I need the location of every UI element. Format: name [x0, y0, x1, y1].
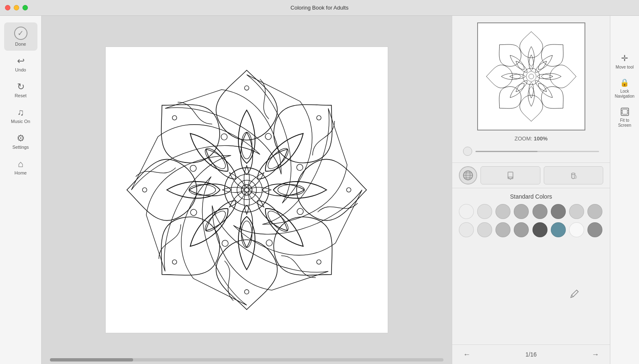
svg-point-22 — [265, 239, 273, 247]
color-swatch[interactable] — [514, 204, 529, 219]
zoom-slider-track[interactable] — [476, 151, 599, 152]
color-swatch[interactable] — [514, 222, 529, 237]
color-tool-globe[interactable] — [459, 166, 477, 184]
canvas-scrollbar[interactable] — [50, 358, 443, 362]
svg-point-13 — [245, 86, 249, 90]
reset-icon: ↻ — [17, 82, 25, 91]
fit-screen-label: Fit to Screen — [618, 118, 632, 128]
sidebar-item-music[interactable]: ♫ Music On — [4, 104, 37, 128]
zoom-label: ZOOM: 100% — [515, 135, 547, 142]
color-tool-pencil-box[interactable] — [480, 166, 540, 184]
window-controls[interactable] — [5, 5, 28, 10]
move-label: Move tool — [616, 65, 634, 70]
color-swatch[interactable] — [532, 222, 547, 237]
colors-section: Standard Colors — [452, 188, 610, 344]
lock-navigation-tool[interactable]: 🔒 Lock Navigation — [615, 78, 634, 99]
app-title: Coloring Book for Adults — [290, 5, 348, 11]
svg-point-16 — [316, 259, 322, 265]
home-label: Home — [15, 170, 27, 175]
sidebar: ✓ Done ↩ Undo ↻ Reset ♫ Music On ⚙ Setti… — [0, 16, 42, 364]
svg-point-27 — [264, 133, 272, 140]
svg-point-18 — [171, 259, 178, 265]
color-swatch[interactable] — [477, 204, 492, 219]
settings-icon: ⚙ — [17, 134, 25, 143]
right-panel: ZOOM: 100% — [452, 16, 610, 364]
svg-point-28 — [296, 163, 304, 172]
nav-preview: ZOOM: 100% — [452, 16, 610, 163]
sidebar-item-settings[interactable]: ⚙ Settings — [4, 130, 37, 154]
colors-grid-row2 — [459, 222, 603, 237]
color-swatch[interactable] — [532, 204, 547, 219]
preview-mandala — [481, 27, 581, 126]
svg-point-20 — [171, 115, 178, 121]
svg-point-14 — [316, 115, 322, 121]
move-icon: ✛ — [621, 53, 628, 63]
svg-point-19 — [142, 188, 147, 192]
svg-rect-42 — [622, 109, 627, 114]
zoom-value: 100% — [534, 135, 547, 142]
svg-point-9 — [231, 175, 263, 206]
color-swatch[interactable] — [495, 204, 510, 219]
svg-point-10 — [237, 180, 257, 200]
svg-point-25 — [189, 164, 197, 172]
pencil-tool[interactable] — [568, 288, 580, 302]
color-swatch[interactable] — [569, 222, 584, 237]
fit-screen-tool[interactable]: Fit to Screen — [618, 107, 632, 128]
preview-image — [477, 22, 585, 130]
color-swatch[interactable] — [459, 204, 474, 219]
canvas-area[interactable] — [42, 16, 452, 364]
sidebar-item-done[interactable]: ✓ Done — [4, 22, 37, 51]
color-swatch[interactable] — [569, 204, 584, 219]
done-label: Done — [15, 42, 26, 47]
colors-title: Standard Colors — [459, 193, 603, 200]
main-area: ✓ Done ↩ Undo ↻ Reset ♫ Music On ⚙ Setti… — [0, 16, 639, 364]
next-page-button[interactable]: → — [589, 348, 602, 361]
mandala-drawing — [114, 55, 380, 325]
done-icon: ✓ — [14, 27, 27, 40]
svg-point-26 — [220, 133, 228, 141]
color-tool-bucket-box[interactable] — [544, 166, 604, 184]
color-swatch[interactable] — [551, 222, 566, 237]
svg-point-2 — [278, 184, 305, 195]
color-swatch[interactable] — [477, 222, 492, 237]
canvas-paper[interactable] — [105, 47, 388, 333]
music-label: Music On — [11, 119, 30, 124]
color-swatch[interactable] — [587, 222, 602, 237]
page-info: 1/16 — [525, 351, 537, 358]
scrollbar-thumb[interactable] — [50, 358, 133, 362]
move-tool[interactable]: ✛ Move tool — [616, 53, 634, 70]
minimize-button[interactable] — [14, 5, 19, 10]
color-swatch[interactable] — [551, 204, 566, 219]
svg-point-0 — [241, 132, 252, 159]
maximize-button[interactable] — [22, 5, 28, 10]
zoom-slider-row — [459, 147, 603, 156]
svg-point-15 — [347, 188, 351, 192]
svg-point-40 — [572, 173, 575, 175]
svg-point-30 — [526, 71, 536, 81]
fit-screen-icon — [620, 107, 629, 116]
sidebar-item-home[interactable]: ⌂ Home — [4, 155, 37, 180]
settings-label: Settings — [12, 145, 29, 150]
prev-page-button[interactable]: ← — [461, 348, 473, 361]
svg-point-11 — [241, 184, 252, 195]
lock-icon: 🔒 — [620, 78, 629, 87]
svg-point-24 — [190, 208, 198, 216]
undo-label: Undo — [15, 67, 26, 72]
color-swatch[interactable] — [587, 204, 602, 219]
close-button[interactable] — [5, 5, 10, 10]
color-swatch[interactable] — [459, 222, 474, 237]
zoom-slider-fill — [476, 151, 537, 152]
home-icon: ⌂ — [18, 160, 23, 169]
sidebar-item-undo[interactable]: ↩ Undo — [4, 52, 37, 76]
color-tools-row — [452, 163, 610, 188]
music-icon: ♫ — [17, 108, 24, 117]
svg-point-31 — [529, 74, 534, 79]
sidebar-item-reset[interactable]: ↻ Reset — [4, 78, 37, 102]
lock-label: Lock Navigation — [615, 89, 634, 99]
svg-point-6 — [189, 184, 215, 195]
titlebar: Coloring Book for Adults — [0, 0, 639, 16]
color-swatch[interactable] — [495, 222, 510, 237]
svg-point-23 — [221, 239, 229, 247]
colors-grid-row1 — [459, 204, 603, 219]
svg-point-4 — [241, 221, 252, 248]
